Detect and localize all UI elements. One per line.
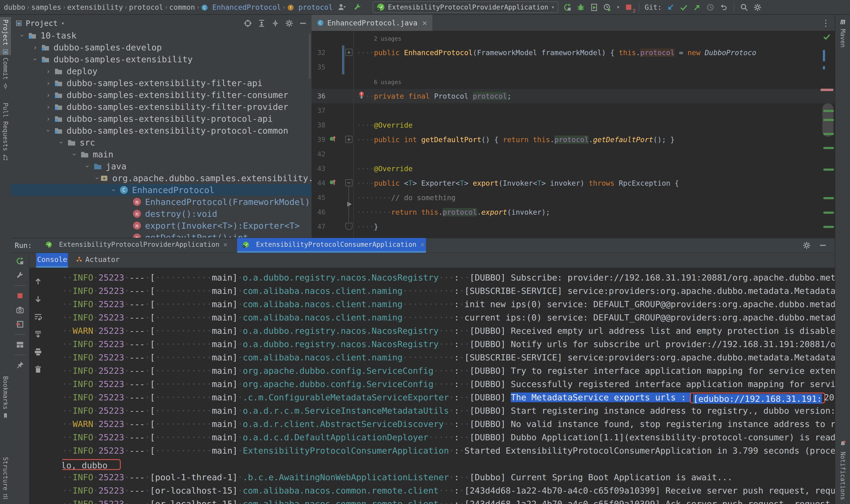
pin-icon[interactable] xyxy=(16,361,24,370)
camera-icon[interactable] xyxy=(16,306,24,314)
collapse-all-icon[interactable] xyxy=(271,19,280,28)
override-icon[interactable] xyxy=(329,134,337,142)
fold-plus-icon[interactable]: + xyxy=(345,49,352,56)
fold-end-icon[interactable] xyxy=(345,223,352,230)
debug-icon[interactable] xyxy=(577,3,585,12)
breadcrumb-item[interactable]: C EnhancedProtocol xyxy=(201,3,281,12)
arrow-down-icon[interactable] xyxy=(34,295,42,303)
tab-actuator[interactable]: Actuator xyxy=(75,253,121,268)
expand-all-icon[interactable] xyxy=(257,19,266,28)
project-tree-scrollbar[interactable] xyxy=(309,34,311,79)
tree-row[interactable]: ›src xyxy=(11,137,312,148)
user-menu-icon[interactable] xyxy=(337,3,346,12)
hide-icon[interactable] xyxy=(299,19,307,28)
settings-icon[interactable] xyxy=(802,241,811,250)
tree-row[interactable]: ›CEnhancedProtocol xyxy=(11,184,312,196)
settings-icon[interactable] xyxy=(285,19,294,28)
git-update-icon[interactable] xyxy=(666,3,675,12)
stop-icon[interactable] xyxy=(624,3,633,12)
sidebar-item-structure[interactable]: Structure xyxy=(0,454,11,500)
tree-row[interactable]: mgetDefaultPort():int xyxy=(11,232,312,238)
breadcrumb-item[interactable]: samples xyxy=(31,3,61,12)
tab-console[interactable]: Console xyxy=(36,253,68,268)
rerun-icon[interactable] xyxy=(563,3,572,12)
rerun-icon[interactable] xyxy=(16,257,24,265)
close-icon[interactable]: × xyxy=(422,18,427,28)
tree-chevron-icon[interactable]: › xyxy=(18,30,26,41)
close-icon[interactable]: × xyxy=(420,240,425,249)
tree-row[interactable]: ›main xyxy=(11,148,312,160)
override-icon[interactable] xyxy=(329,177,337,186)
sidebar-item-commit[interactable]: Commit xyxy=(0,55,11,89)
settings-icon[interactable] xyxy=(753,3,762,12)
bulb-red-icon[interactable]: ! xyxy=(357,91,366,100)
chevron-down-icon[interactable]: ▾ xyxy=(617,4,620,11)
tree-row[interactable]: ›dubbo-samples-extensibility xyxy=(11,53,312,65)
coverage-icon[interactable] xyxy=(590,3,598,12)
more-icon[interactable]: ⋮ xyxy=(821,18,835,28)
tree-chevron-icon[interactable]: › xyxy=(43,114,54,123)
sidebar-item-maven[interactable]: mMaven xyxy=(835,17,850,48)
tree-row[interactable]: ›10-task xyxy=(11,30,312,41)
git-push-icon[interactable] xyxy=(693,3,701,12)
search-icon[interactable] xyxy=(740,3,748,12)
build-hammer-icon[interactable] xyxy=(353,3,362,12)
sidebar-item-bookmarks[interactable]: Bookmarks xyxy=(0,374,11,419)
tree-row[interactable]: ›dubbo-samples-extensibility-protocol-ap… xyxy=(11,113,312,125)
arrow-up-icon[interactable] xyxy=(34,277,42,286)
profiler-icon[interactable] xyxy=(603,3,612,12)
printer-icon[interactable] xyxy=(34,347,42,356)
scroll-end-icon[interactable] xyxy=(34,330,42,339)
sidebar-item-pull-requests[interactable]: Pull Requests xyxy=(0,100,11,161)
tree-row[interactable]: ›dubbo-samples-extensibility-protocol-co… xyxy=(11,125,312,137)
tree-chevron-icon[interactable]: › xyxy=(43,103,54,111)
hide-icon[interactable] xyxy=(819,241,827,250)
tree-row[interactable]: ›dubbo-samples-extensibility-filter-api xyxy=(11,77,312,89)
tree-row[interactable]: ›java xyxy=(11,160,312,172)
tree-chevron-icon[interactable]: › xyxy=(93,176,102,180)
inspections-ok-icon[interactable] xyxy=(822,32,831,41)
tree-chevron-icon[interactable]: › xyxy=(110,184,118,195)
tree-chevron-icon[interactable]: › xyxy=(43,91,54,99)
tree-chevron-icon[interactable]: › xyxy=(43,79,54,87)
tree-row[interactable]: ›dubbo-samples-extensibility-filter-prov… xyxy=(11,101,312,113)
git-commit-icon[interactable] xyxy=(679,3,688,12)
wrench-icon[interactable] xyxy=(16,271,24,280)
tree-chevron-icon[interactable]: › xyxy=(44,125,53,136)
locate-icon[interactable] xyxy=(244,19,252,28)
soft-wrap-icon[interactable] xyxy=(34,312,42,321)
sidebar-item-project[interactable]: Project xyxy=(0,17,11,55)
tree-row[interactable]: mEnhancedProtocol(FrameworkModel) xyxy=(11,196,312,208)
breadcrumb-item[interactable]: f protocol xyxy=(287,3,333,12)
tree-chevron-icon[interactable]: › xyxy=(57,137,66,148)
breadcrumb-item[interactable]: dubbo xyxy=(4,3,25,12)
tree-chevron-icon[interactable]: › xyxy=(31,54,39,65)
tree-row[interactable]: mexport(Invoker<T>):Exporter<T> xyxy=(11,220,312,232)
tree-row[interactable]: ›dubbo-samples-develop xyxy=(11,41,312,53)
tree-chevron-icon[interactable]: › xyxy=(30,43,41,52)
stop-square-icon[interactable] xyxy=(16,291,24,300)
tree-chevron-icon[interactable]: › xyxy=(43,67,54,75)
run-configuration-selector[interactable]: ExtensibilityProtocolProviderApplication… xyxy=(373,1,559,13)
close-icon[interactable]: × xyxy=(223,240,228,249)
breadcrumb-item[interactable]: common xyxy=(169,3,195,12)
fold-minus-icon[interactable]: − xyxy=(345,179,352,186)
tree-chevron-icon[interactable]: › xyxy=(70,149,79,160)
usages-inlay[interactable]: 6 usages xyxy=(312,75,402,90)
exit-icon[interactable] xyxy=(16,320,24,328)
tree-row[interactable]: mdestroy():void xyxy=(11,208,312,220)
tree-row[interactable]: ›org.apache.dubbo.samples.extensibility.… xyxy=(11,172,312,184)
rollback-icon[interactable] xyxy=(720,3,728,12)
run-tab[interactable]: ExtensibilityProtocolProviderApplication… xyxy=(40,238,229,253)
breadcrumb-item[interactable]: extensibility xyxy=(67,3,123,12)
tree-chevron-icon[interactable]: › xyxy=(84,161,92,172)
console-output[interactable]: ··INFO·25223·---·[···········main]·o.a.d… xyxy=(47,268,835,504)
trash-icon[interactable] xyxy=(34,365,42,374)
layout-icon[interactable] xyxy=(16,340,24,349)
breadcrumb-item[interactable]: protocol xyxy=(129,3,163,12)
history-icon[interactable] xyxy=(706,3,715,12)
fold-plus-icon[interactable]: + xyxy=(345,136,352,143)
sidebar-item-notifications[interactable]: Notifications xyxy=(835,440,850,501)
usages-inlay[interactable]: 2 usages xyxy=(312,32,402,46)
tree-row[interactable]: ›deploy xyxy=(11,65,312,77)
